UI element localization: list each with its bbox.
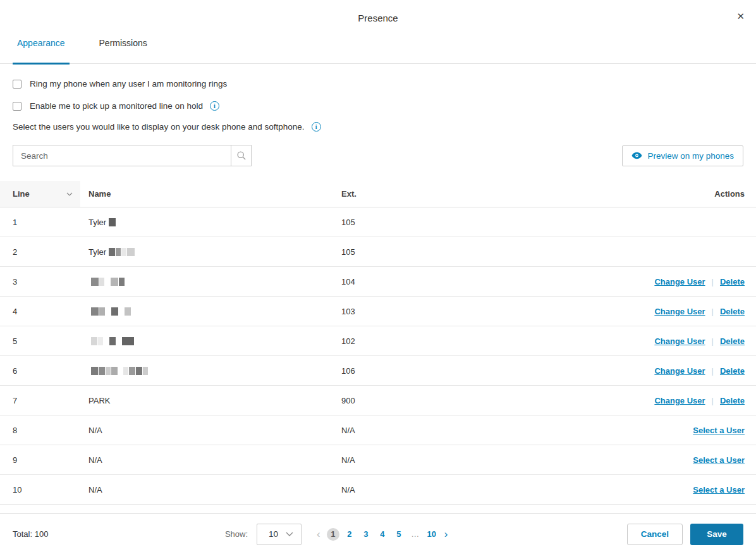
preview-on-my-phones-button[interactable]: Preview on my phones xyxy=(622,145,743,166)
redaction-block xyxy=(91,307,99,316)
pickup-hold-label: Enable me to pick up a monitored line on… xyxy=(30,101,203,111)
page-size-select[interactable]: 10 xyxy=(257,524,302,545)
table-row: 4 103 Change User|Delete xyxy=(0,297,756,326)
column-header-actions: Actions xyxy=(598,189,756,199)
table-row: 5 102 Change User|Delete xyxy=(0,326,756,356)
redaction-block xyxy=(109,248,115,256)
redaction-block xyxy=(91,278,99,286)
ring-my-phone-checkbox[interactable] xyxy=(13,80,21,89)
cell-name: Tyler xyxy=(80,247,341,257)
column-header-ext: Ext. xyxy=(341,189,598,199)
tab-bar: Appearance Permissions xyxy=(0,30,756,64)
page-1[interactable]: 1 xyxy=(327,528,339,541)
cell-actions: Change User|Delete xyxy=(598,366,756,376)
cell-line: 5 xyxy=(0,326,80,355)
cell-ext: 102 xyxy=(341,336,598,346)
cell-actions: Change User|Delete xyxy=(598,277,756,286)
cell-name: N/A xyxy=(80,485,341,495)
delete-link[interactable]: Delete xyxy=(720,396,745,405)
redacted-name-blocks xyxy=(91,278,125,286)
page-5[interactable]: 5 xyxy=(393,528,405,541)
dialog-header: Presence ✕ xyxy=(0,0,756,30)
select-a-user-link[interactable]: Select a User xyxy=(693,455,745,465)
cell-name-text: Tyler xyxy=(88,218,106,227)
cell-name-text: N/A xyxy=(88,455,102,465)
delete-link[interactable]: Delete xyxy=(720,277,745,286)
redacted-name-blocks xyxy=(91,337,134,345)
redaction-block xyxy=(106,367,111,375)
cancel-button[interactable]: Cancel xyxy=(627,524,683,545)
change-user-link[interactable]: Change User xyxy=(654,277,705,286)
delete-link[interactable]: Delete xyxy=(720,366,745,376)
cell-ext: N/A xyxy=(341,426,598,435)
cell-ext: 105 xyxy=(341,247,598,257)
table-row: 9 N/A N/A Select a User xyxy=(0,445,756,475)
cell-name xyxy=(80,278,341,286)
cell-actions: Change User|Delete xyxy=(598,307,756,316)
select-a-user-link[interactable]: Select a User xyxy=(693,485,745,495)
cell-line: 2 xyxy=(0,237,80,266)
page-2[interactable]: 2 xyxy=(343,528,356,541)
redaction-block xyxy=(136,367,142,375)
cell-ext: N/A xyxy=(341,485,598,495)
cell-ext: 106 xyxy=(341,366,598,376)
table-row: 10 N/A N/A Select a User xyxy=(0,475,756,505)
redaction-block xyxy=(119,278,125,286)
redacted-name-blocks xyxy=(109,218,116,226)
save-button[interactable]: Save xyxy=(690,524,743,545)
table-header-row: Line Name Ext. Actions xyxy=(0,181,756,207)
next-page-icon[interactable]: › xyxy=(442,529,451,539)
show-label: Show: xyxy=(225,529,248,539)
redaction-block xyxy=(125,307,131,316)
search-icon xyxy=(236,151,247,161)
redaction-block xyxy=(99,278,104,286)
total-count: Total: 100 xyxy=(13,529,48,539)
page-4[interactable]: 4 xyxy=(376,528,389,541)
action-separator: | xyxy=(712,396,714,405)
change-user-link[interactable]: Change User xyxy=(654,366,705,376)
page-ellipsis: … xyxy=(409,528,422,541)
table-body: 1 Tyler 105 2 Tyler 105 3 104 Change Use… xyxy=(0,207,756,505)
tab-permissions[interactable]: Permissions xyxy=(95,30,152,65)
change-user-link[interactable]: Change User xyxy=(654,336,705,346)
search-button[interactable] xyxy=(231,145,252,166)
cell-ext: 103 xyxy=(341,307,598,316)
info-icon[interactable]: i xyxy=(312,122,321,132)
close-icon[interactable]: ✕ xyxy=(736,11,745,21)
tab-appearance[interactable]: Appearance xyxy=(13,30,70,65)
cell-name xyxy=(80,337,341,345)
previous-page-icon[interactable]: ‹ xyxy=(314,529,323,539)
change-user-link[interactable]: Change User xyxy=(654,307,705,316)
column-header-line[interactable]: Line xyxy=(0,181,80,207)
cell-ext: 105 xyxy=(341,218,598,227)
search-input[interactable] xyxy=(13,145,231,166)
sort-chevron-down-icon[interactable] xyxy=(66,192,73,196)
cell-actions: Change User|Delete xyxy=(598,336,756,346)
action-separator: | xyxy=(712,336,714,346)
select-a-user-link[interactable]: Select a User xyxy=(693,426,745,435)
pickup-hold-checkbox[interactable] xyxy=(13,102,21,111)
redaction-block xyxy=(91,337,97,345)
monitored-lines-table: Line Name Ext. Actions 1 Tyler 105 2 Tyl… xyxy=(0,181,756,505)
info-icon[interactable]: i xyxy=(210,101,219,111)
table-row: 7 PARK 900 Change User|Delete xyxy=(0,386,756,416)
table-row: 8 N/A N/A Select a User xyxy=(0,416,756,445)
page-10[interactable]: 10 xyxy=(425,528,438,541)
delete-link[interactable]: Delete xyxy=(720,307,745,316)
cell-actions: Select a User xyxy=(598,485,756,495)
redaction-block xyxy=(99,367,105,375)
redaction-block xyxy=(99,307,105,316)
redaction-block xyxy=(111,278,118,286)
cell-actions: Select a User xyxy=(598,455,756,465)
cell-name: N/A xyxy=(80,455,341,465)
cell-name: PARK xyxy=(80,396,341,405)
change-user-link[interactable]: Change User xyxy=(654,396,705,405)
cell-ext: 900 xyxy=(341,396,598,405)
redaction-block xyxy=(122,337,134,345)
cell-line: 8 xyxy=(0,416,80,445)
delete-link[interactable]: Delete xyxy=(720,336,745,346)
pagination-pages: 12345…10 xyxy=(327,528,438,541)
chevron-down-icon xyxy=(286,532,293,536)
cell-line: 4 xyxy=(0,297,80,326)
page-3[interactable]: 3 xyxy=(360,528,372,541)
